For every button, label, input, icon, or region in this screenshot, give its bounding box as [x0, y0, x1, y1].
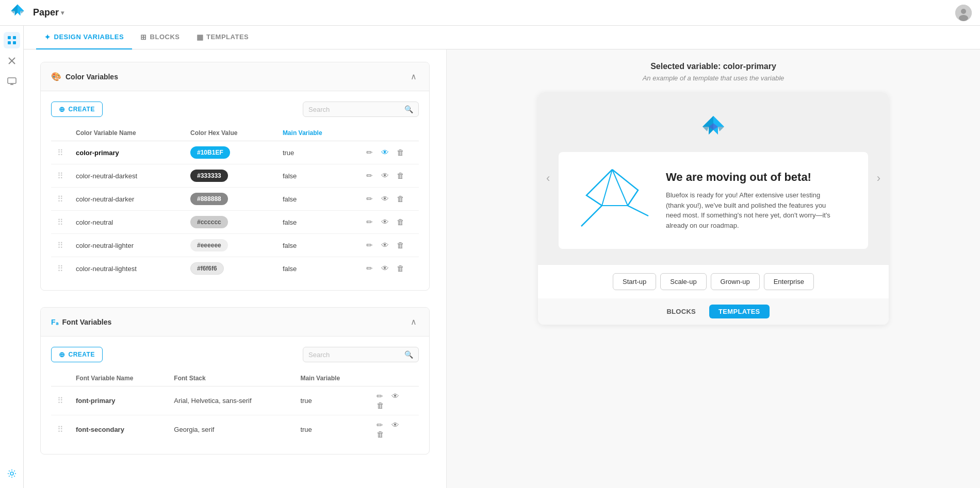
tab-design-variables[interactable]: ✦ DESIGN VARIABLES [36, 26, 132, 49]
col-font-main: Main Variable [294, 371, 367, 386]
edit-icon[interactable]: ✏ [363, 239, 376, 251]
color-badge: #888888 [190, 193, 228, 205]
two-col-layout: 🎨 Color Variables ∧ ⊕ CREATE [24, 49, 980, 488]
color-badge: #333333 [190, 170, 228, 182]
templates-icon: ▦ [197, 33, 204, 41]
drag-handle[interactable]: ⠿ [57, 218, 63, 227]
topbar-right [955, 5, 972, 21]
drag-handle[interactable]: ⠿ [57, 264, 63, 273]
color-hex-cell: #f6f6f6 [184, 257, 276, 280]
plan-grownup-btn[interactable]: Grown-up [711, 273, 760, 290]
drag-handle[interactable]: ⠿ [57, 195, 63, 204]
color-actions: ✏ 👁 🗑 [357, 141, 419, 164]
svg-rect-14 [8, 78, 16, 83]
delete-icon[interactable]: 🗑 [373, 399, 387, 412]
left-sidebar [0, 26, 24, 488]
color-section-collapse[interactable]: ∧ [409, 70, 419, 83]
plan-scaleup-btn[interactable]: Scale-up [660, 273, 706, 290]
font-stack-val: Arial, Helvetica, sans-serif [168, 386, 294, 415]
tab-blocks[interactable]: ⊞ BLOCKS [132, 26, 188, 49]
color-actions: ✏ 👁 🗑 [357, 211, 419, 234]
font-toolbar: ⊕ CREATE 🔍 [51, 347, 419, 362]
drag-handle[interactable]: ⠿ [57, 148, 63, 157]
tab-templates[interactable]: ▦ TEMPLATES [188, 26, 257, 49]
font-create-button[interactable]: ⊕ CREATE [51, 347, 103, 362]
bottom-tab-templates[interactable]: TEMPLATES [709, 305, 769, 318]
col-font-stack: Font Stack [168, 371, 294, 386]
edit-icon[interactable]: ✏ [363, 262, 376, 275]
preview-body: Bluefox is ready for you! After extensiv… [666, 190, 831, 230]
bottom-tab-blocks[interactable]: BLOCKS [657, 305, 705, 318]
tabs-bar: ✦ DESIGN VARIABLES ⊞ BLOCKS ▦ TEMPLATES [24, 26, 980, 49]
color-section-icon: 🎨 [51, 72, 61, 81]
eye-icon[interactable]: 👁 [378, 146, 392, 159]
svg-point-6 [961, 9, 966, 14]
color-search-input[interactable] [308, 106, 401, 113]
col-color-name: Color Variable Name [70, 125, 184, 141]
color-search-box[interactable]: 🔍 [303, 102, 419, 117]
edit-icon[interactable]: ✏ [363, 215, 376, 228]
preview-logo [698, 113, 729, 144]
color-variables-table: Color Variable Name Color Hex Value Main… [51, 125, 419, 280]
plan-startup-btn[interactable]: Start-up [613, 273, 656, 290]
font-main-val: true [294, 386, 367, 415]
content-area: ✦ DESIGN VARIABLES ⊞ BLOCKS ▦ TEMPLATES [24, 26, 980, 488]
svg-marker-4 [20, 11, 24, 13]
eye-icon[interactable]: 👁 [378, 239, 392, 251]
col-font-name: Font Variable Name [70, 371, 168, 386]
sidebar-close-icon[interactable] [4, 53, 20, 69]
font-variables-section: Fₐ Font Variables ∧ ⊕ CREATE [40, 307, 430, 455]
delete-icon[interactable]: 🗑 [394, 215, 407, 228]
color-hex-cell: #333333 [184, 164, 276, 188]
edit-icon[interactable]: ✏ [363, 192, 376, 205]
delete-icon[interactable]: 🗑 [394, 146, 407, 159]
plan-enterprise-btn[interactable]: Enterprise [764, 273, 814, 290]
color-badge: #cccccc [190, 216, 228, 228]
drag-handle[interactable]: ⠿ [57, 396, 63, 405]
delete-icon[interactable]: 🗑 [394, 192, 407, 205]
svg-marker-1 [11, 4, 18, 15]
font-actions: ✏ 👁 🗑 [367, 415, 419, 444]
color-create-button[interactable]: ⊕ CREATE [51, 102, 103, 117]
user-avatar[interactable] [955, 5, 972, 21]
eye-icon[interactable]: 👁 [378, 169, 392, 182]
delete-icon[interactable]: 🗑 [394, 262, 407, 275]
svg-marker-21 [718, 127, 724, 131]
color-table-row: ⠿ color-neutral #cccccc false ✏ 👁 🗑 [51, 211, 419, 234]
font-section-collapse[interactable]: ∧ [409, 315, 419, 329]
eye-icon[interactable]: 👁 [388, 418, 402, 431]
delete-icon[interactable]: 🗑 [394, 239, 407, 251]
app-logo[interactable] [8, 3, 27, 23]
drag-handle[interactable]: ⠿ [57, 241, 63, 250]
prev-nav-left[interactable]: ‹ [542, 167, 554, 189]
drag-handle[interactable]: ⠿ [57, 172, 63, 180]
drag-handle[interactable]: ⠿ [57, 425, 63, 434]
color-main-val: false [276, 257, 357, 280]
sidebar-screen-icon[interactable] [4, 73, 20, 90]
edit-icon[interactable]: ✏ [363, 146, 376, 159]
prev-nav-right[interactable]: › [873, 167, 885, 189]
preview-heading: We are moving out of beta! [666, 171, 831, 184]
sidebar-grid-icon[interactable] [4, 32, 20, 48]
delete-icon[interactable]: 🗑 [373, 428, 387, 441]
color-hex-cell: #eeeeee [184, 234, 276, 257]
blocks-icon: ⊞ [140, 33, 147, 41]
delete-icon[interactable]: 🗑 [394, 169, 407, 182]
main-layout: ✦ DESIGN VARIABLES ⊞ BLOCKS ▦ TEMPLATES [0, 26, 980, 488]
project-chevron: ▾ [61, 9, 64, 16]
eye-icon[interactable]: 👁 [388, 390, 402, 402]
eye-icon[interactable]: 👁 [378, 262, 392, 275]
eye-icon[interactable]: 👁 [378, 215, 392, 228]
edit-icon[interactable]: ✏ [363, 169, 376, 182]
preview-card-footer: Start-up Scale-up Grown-up Enterprise [538, 264, 889, 298]
color-badge: #eeeeee [190, 239, 228, 251]
sidebar-settings-icon[interactable] [4, 465, 20, 482]
font-section-body: ⊕ CREATE 🔍 [41, 336, 429, 454]
project-title[interactable]: Paper ▾ [33, 7, 64, 18]
color-toolbar: ⊕ CREATE 🔍 [51, 102, 419, 117]
font-search-input[interactable] [308, 351, 401, 359]
svg-rect-11 [13, 41, 16, 44]
topbar: Paper ▾ [0, 0, 980, 26]
eye-icon[interactable]: 👁 [378, 192, 392, 205]
font-search-box[interactable]: 🔍 [303, 347, 419, 362]
